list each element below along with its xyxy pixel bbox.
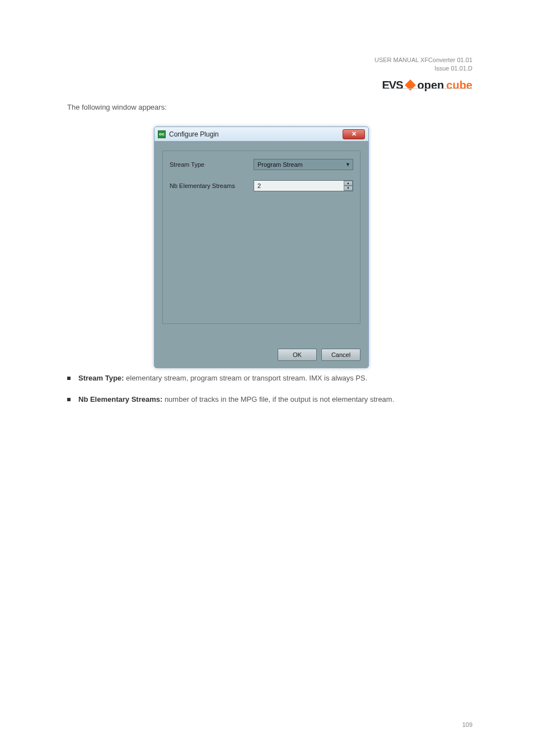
nb-streams-spinner[interactable]: 2 ▲ ▼ [254, 180, 353, 191]
logo-evs-text: EVS [382, 79, 403, 92]
header-divider [383, 88, 472, 89]
spinner-up-button[interactable]: ▲ [344, 181, 353, 186]
bullet-icon [67, 398, 71, 401]
note-text: number of tracks in the MPG file, if the… [162, 395, 394, 403]
ok-button[interactable]: OK [278, 349, 317, 361]
close-button[interactable]: ✕ [343, 129, 365, 139]
notes-list: Stream Type: elementary stream, program … [67, 373, 470, 415]
diamond-icon [405, 79, 416, 91]
intro-text: The following window appears: [67, 103, 470, 111]
chevron-down-icon: ▼ [345, 162, 350, 167]
app-icon: oc [158, 130, 166, 138]
logo-open-text: open [418, 79, 444, 92]
stream-type-label: Stream Type [170, 161, 254, 168]
stream-type-select[interactable]: Program Stream ▼ [254, 159, 353, 170]
dialog-title: Configure Plugin [169, 130, 219, 138]
note-label: Stream Type: [78, 374, 124, 382]
list-item: Stream Type: elementary stream, program … [67, 373, 470, 384]
cancel-button[interactable]: Cancel [321, 349, 360, 361]
page-number: 109 [462, 721, 472, 728]
nb-streams-value: 2 [257, 182, 344, 189]
brand-logo: EVS opencube [374, 79, 472, 92]
close-icon: ✕ [352, 130, 357, 138]
bullet-icon [67, 377, 71, 380]
settings-group: Stream Type Program Stream ▼ Nb Elementa… [162, 151, 360, 324]
configure-plugin-dialog: oc Configure Plugin ✕ Stream Type Progra… [154, 126, 369, 368]
spinner-down-button[interactable]: ▼ [344, 186, 353, 191]
logo-cube-text: cube [446, 79, 472, 92]
nb-streams-label: Nb Elementary Streams [170, 182, 254, 189]
header-meta: USER MANUAL XFConverter 01.01 Issue 01.0… [374, 56, 472, 73]
note-text: elementary stream, program stream or tra… [124, 374, 367, 382]
dialog-titlebar[interactable]: oc Configure Plugin ✕ [154, 127, 368, 142]
list-item: Nb Elementary Streams: number of tracks … [67, 394, 470, 405]
stream-type-value: Program Stream [257, 161, 303, 168]
note-label: Nb Elementary Streams: [78, 395, 162, 403]
